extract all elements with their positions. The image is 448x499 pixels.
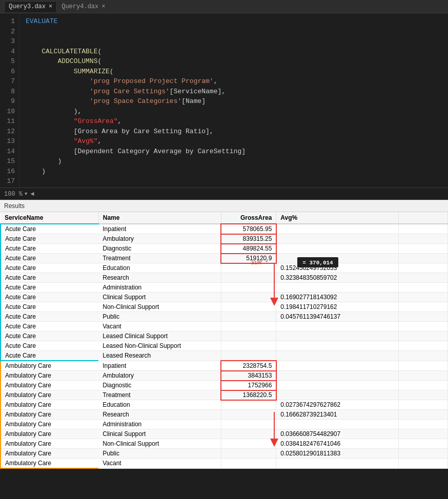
cell-gross-area: 519120.9 [221, 254, 276, 263]
cell-avg [276, 224, 399, 234]
zoom-dropdown-icon[interactable]: ▼ [25, 192, 27, 197]
table-wrapper: ServiceName Name GrossArea Avg% Acute Ca… [0, 212, 448, 469]
cell-service-name: Ambulatory Care [1, 429, 98, 439]
cell-gross-area [221, 400, 276, 410]
cell-avg: 0.198411710279162 [276, 302, 399, 312]
cell-gross-area [221, 449, 276, 459]
cell-name: Clinical Support [98, 429, 221, 439]
cell-service-name: Acute Care [1, 234, 98, 244]
cell-gross-area: 1752966 [221, 381, 276, 390]
code-line-1: EVALUATE [26, 16, 442, 27]
cell-name: Public [98, 449, 221, 459]
cell-extra [399, 283, 448, 293]
cell-extra [399, 273, 448, 283]
cell-avg: 0.152450249752053 [276, 263, 399, 273]
cell-name: Inpatient [98, 224, 221, 234]
cell-name: Ambulatory [98, 371, 221, 381]
col-gross-area[interactable]: GrossArea [221, 212, 276, 224]
col-avg[interactable]: Avg% [276, 212, 399, 224]
cell-name: Leased Non-Clinical Support [98, 341, 221, 351]
cell-service-name: Ambulatory Care [1, 371, 98, 381]
table-row: Ambulatory CareDiagnostic1752966 [1, 381, 448, 390]
line-numbers: 12345 678910 1112131415 161718 [0, 13, 19, 188]
col-service-name[interactable]: ServiceName [1, 212, 98, 224]
cell-gross-area [221, 410, 276, 420]
table-row: Ambulatory CareNon-Clinical Support0.038… [1, 439, 448, 449]
cell-gross-area: 2328754.5 [221, 361, 276, 371]
cell-service-name: Acute Care [1, 312, 98, 322]
cell-gross-area [221, 283, 276, 293]
cell-avg [276, 390, 399, 400]
cell-name: Vacant [98, 459, 221, 469]
cell-service-name: Acute Care [1, 351, 98, 361]
cell-name: Research [98, 410, 221, 420]
cell-name: Treatment [98, 254, 221, 263]
cell-extra [399, 224, 448, 234]
code-line-2 [26, 27, 442, 37]
cell-extra [399, 459, 448, 469]
cell-service-name: Acute Care [1, 331, 98, 341]
table-row: Ambulatory CareAmbulatory3843153 [1, 371, 448, 381]
cell-service-name: Ambulatory Care [1, 410, 98, 420]
cell-name: Non-Clinical Support [98, 302, 221, 312]
cell-gross-area [221, 429, 276, 439]
cell-avg [276, 381, 399, 390]
table-row: Acute CareLeased Research [1, 351, 448, 361]
cell-gross-area [221, 351, 276, 361]
cell-avg: 0.0384182476741046 [276, 439, 399, 449]
cell-extra [399, 439, 448, 449]
code-line-3 [26, 36, 442, 47]
table-row: Acute CarePublic0.0457611394746137 [1, 312, 448, 322]
code-line-12: [Gross Area by Care Setting Ratio], [26, 127, 442, 137]
cell-avg [276, 459, 399, 469]
scroll-left-icon[interactable]: ◄ [30, 191, 34, 198]
cell-extra [399, 420, 448, 429]
table-row: Acute CareDiagnostic489824.55 [1, 244, 448, 254]
cell-avg [276, 351, 399, 361]
code-line-7: 'prog Proposed Project Program', [26, 76, 442, 87]
cell-avg: 0.0258012901811383 [276, 449, 399, 459]
code-line-15: ) [26, 156, 442, 167]
code-editor[interactable]: EVALUATE CALCULATETABLE( ADDCOLUMNS( SUM… [19, 13, 448, 188]
cell-name: Vacant [98, 322, 221, 331]
cell-gross-area: 489824.55 [221, 244, 276, 254]
tab-query3[interactable]: Query3.dax × [4, 1, 57, 12]
table-row: Acute CareTreatment519120.9 [1, 254, 448, 263]
cell-gross-area [221, 439, 276, 449]
cell-service-name: Acute Care [1, 224, 98, 234]
zoom-level[interactable]: 100 % [4, 191, 23, 198]
cell-avg [276, 234, 399, 244]
cell-name: Administration [98, 283, 221, 293]
cell-gross-area: 839315.25 [221, 234, 276, 244]
code-line-4: CALCULATETABLE( [26, 47, 442, 57]
cell-service-name: Ambulatory Care [1, 390, 98, 400]
tab-query4-modified: × [101, 3, 105, 10]
cell-avg: 0.0457611394746137 [276, 312, 399, 322]
code-line-8: 'prog Care Settings'[ServiceName], [26, 87, 442, 97]
cell-name: Ambulatory [98, 234, 221, 244]
cell-name: Diagnostic [98, 244, 221, 254]
table-row: Ambulatory CareTreatment1368220.5 [1, 390, 448, 400]
tab-query3-label: Query3.dax [9, 3, 46, 10]
col-name[interactable]: Name [98, 212, 221, 224]
table-row: Ambulatory CareResearch0.166628739213401 [1, 410, 448, 420]
table-header-row: ServiceName Name GrossArea Avg% [1, 212, 448, 224]
results-label: Results [0, 200, 448, 212]
table-row: Acute CareLeased Non-Clinical Support [1, 341, 448, 351]
code-line-13: "Avg%", [26, 136, 442, 147]
cell-gross-area [221, 263, 276, 273]
cell-service-name: Acute Care [1, 341, 98, 351]
cell-service-name: Acute Care [1, 302, 98, 312]
cell-service-name: Acute Care [1, 283, 98, 293]
zoom-bar: 100 % ▼ ◄ [0, 188, 448, 200]
col-extra [399, 212, 448, 224]
table-row: Ambulatory CareEducation0.02736742976278… [1, 400, 448, 410]
cell-service-name: Ambulatory Care [1, 439, 98, 449]
cell-extra [399, 234, 448, 244]
tab-query4[interactable]: Query4.dax × [57, 1, 110, 12]
cell-avg [276, 331, 399, 341]
cell-extra [399, 381, 448, 390]
cell-service-name: Acute Care [1, 254, 98, 263]
table-row: Ambulatory CareInpatient2328754.5 [1, 361, 448, 371]
cell-avg: 0.166628739213401 [276, 410, 399, 420]
